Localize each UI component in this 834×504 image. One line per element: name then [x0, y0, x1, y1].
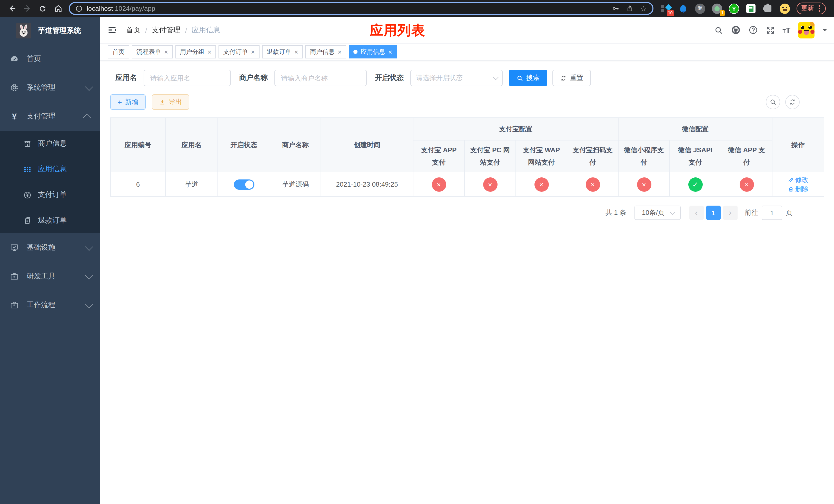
tag-user-group[interactable]: 用户分组×: [175, 45, 216, 59]
extension-diamond-icon[interactable]: 10: [661, 3, 672, 14]
extension-doc-icon[interactable]: [745, 3, 756, 14]
sidebar-item-label: 工作流程: [27, 300, 85, 310]
status-toggle[interactable]: [234, 179, 254, 189]
close-icon[interactable]: ×: [164, 48, 168, 55]
search-icon[interactable]: [714, 25, 723, 35]
url-path: :1024/pay/app: [113, 5, 155, 12]
sidebar-item-app-info[interactable]: 应用信息: [0, 156, 100, 182]
extension-command-icon[interactable]: ⌘: [695, 3, 706, 14]
tag-pay-orders[interactable]: 支付订单×: [219, 45, 259, 59]
browser-back-icon[interactable]: [4, 4, 20, 13]
extension-balloon-icon[interactable]: [678, 3, 689, 14]
status-select[interactable]: 请选择开启状态: [410, 70, 503, 86]
refresh-table-button[interactable]: [785, 95, 799, 109]
chevron-down-icon: [85, 300, 93, 308]
site-info-icon[interactable]: [75, 5, 83, 12]
user-avatar[interactable]: [798, 22, 814, 38]
breadcrumb-payment[interactable]: 支付管理: [152, 25, 180, 35]
cell-alipay-app: ×: [413, 172, 464, 197]
sidebar-item-pay-orders[interactable]: 支付订单: [0, 182, 100, 208]
status-disabled-icon: ×: [534, 177, 549, 191]
status-label: 开启状态: [375, 73, 404, 83]
app-table: 应用编号 应用名 开启状态 商户名称 创建时间 支付宝配置 微信配置 操作 支付…: [110, 117, 824, 197]
close-icon[interactable]: ×: [338, 48, 342, 55]
cell-alipay-wap: ×: [516, 172, 567, 197]
github-icon[interactable]: [731, 25, 740, 35]
browser-update-button[interactable]: 更新: [796, 3, 826, 14]
delete-link[interactable]: 删除: [788, 184, 809, 193]
monitor-check-icon: [9, 243, 20, 252]
extensions-puzzle-icon[interactable]: [762, 3, 773, 14]
close-icon[interactable]: ×: [388, 48, 392, 55]
pagination-total: 共 1 条: [606, 208, 626, 217]
filter-form: 应用名 商户名称 开启状态 请选择开启状态 搜索 重置: [110, 70, 824, 86]
prev-page-button[interactable]: ‹: [689, 206, 703, 220]
goto-page-input[interactable]: [762, 206, 782, 220]
sidebar-item-infrastructure[interactable]: 基础设施: [0, 233, 100, 262]
next-page-button[interactable]: ›: [723, 206, 737, 220]
bookmark-star-icon[interactable]: ☆: [640, 5, 647, 12]
page-unit-label: 页: [786, 208, 792, 217]
password-key-icon[interactable]: [612, 5, 619, 12]
sidebar-item-dev-tools[interactable]: 研发工具: [0, 262, 100, 291]
tag-process-form[interactable]: 流程表单×: [132, 45, 173, 59]
sidebar-item-merchant-info[interactable]: 商户信息: [0, 131, 100, 156]
share-icon[interactable]: [626, 5, 633, 12]
url-bar[interactable]: localhost:1024/pay/app ☆: [69, 2, 654, 15]
app-name-input[interactable]: [144, 70, 231, 86]
sidebar-item-system[interactable]: 系统管理: [0, 73, 100, 102]
sidebar-logo[interactable]: 芋道管理系统: [0, 17, 100, 45]
yen-icon: ¥: [9, 112, 20, 121]
page-title: 应用列表: [370, 22, 425, 40]
close-icon[interactable]: ×: [207, 48, 211, 55]
chevron-down-icon: [85, 271, 93, 279]
browser-reload-icon[interactable]: [35, 4, 50, 13]
export-button[interactable]: 导出: [152, 94, 189, 110]
browser-forward-icon[interactable]: [20, 4, 35, 13]
logo-rabbit-image: [15, 23, 32, 39]
help-icon[interactable]: [748, 25, 758, 35]
browser-menu-icon[interactable]: [819, 8, 820, 9]
close-icon[interactable]: ×: [251, 48, 255, 55]
sidebar-item-payment[interactable]: ¥ 支付管理: [0, 102, 100, 131]
fullscreen-icon[interactable]: [766, 25, 775, 35]
status-disabled-icon: ×: [739, 177, 754, 191]
reset-button[interactable]: 重置: [552, 70, 591, 86]
sidebar-item-workflow[interactable]: 工作流程: [0, 291, 100, 319]
merchant-name-input[interactable]: [275, 70, 367, 86]
tag-app-info[interactable]: 应用信息×: [349, 45, 397, 59]
cell-created: 2021-10-23 08:49:25: [321, 172, 413, 197]
add-button[interactable]: + 新增: [110, 94, 146, 110]
pencil-icon: [788, 177, 794, 183]
tag-refund-orders[interactable]: 退款订单×: [262, 45, 303, 59]
close-icon[interactable]: ×: [294, 48, 298, 55]
cell-alipay-pc: ×: [464, 172, 516, 197]
tag-home[interactable]: 首页: [108, 45, 129, 59]
search-button[interactable]: 搜索: [509, 70, 547, 86]
browser-home-icon[interactable]: [50, 4, 66, 13]
avatar-caret-icon[interactable]: [822, 29, 827, 34]
status-disabled-icon: ×: [483, 177, 497, 191]
sidebar-collapse-icon[interactable]: [107, 25, 117, 35]
status-disabled-icon: ×: [432, 177, 446, 191]
font-size-icon[interactable]: TT: [783, 26, 790, 34]
page-size-select[interactable]: 10条/页: [635, 206, 681, 220]
tag-merchant-info[interactable]: 商户信息×: [305, 45, 346, 59]
show-search-toggle-button[interactable]: [766, 95, 780, 109]
briefcase-icon: [9, 300, 20, 310]
edit-link[interactable]: 修改: [788, 175, 809, 184]
extension-y-icon[interactable]: Y: [728, 3, 740, 14]
current-page-button[interactable]: 1: [706, 206, 720, 220]
sidebar-item-home[interactable]: 首页: [0, 45, 100, 73]
cell-actions: 修改 删除: [772, 172, 824, 197]
browser-profile-avatar[interactable]: [779, 3, 790, 14]
breadcrumb-home[interactable]: 首页: [126, 25, 140, 35]
sidebar-item-label: 退款订单: [38, 216, 67, 225]
extension-recorder-icon[interactable]: 1: [711, 3, 723, 14]
sidebar-item-refund-orders[interactable]: 退款订单: [0, 208, 100, 233]
col-actions: 操作: [772, 118, 824, 172]
shop-icon: [23, 139, 32, 148]
chevron-down-icon: [85, 83, 93, 91]
yen-circle-icon: [23, 190, 32, 199]
pagination-goto: 前往 页: [745, 206, 792, 220]
